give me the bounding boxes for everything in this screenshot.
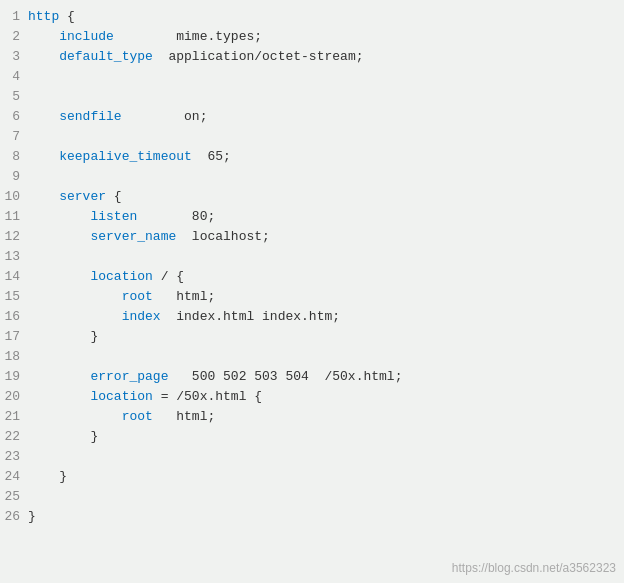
line-number: 7 xyxy=(0,129,28,144)
line-content: error_page 500 502 503 504 /50x.html; xyxy=(28,369,402,384)
line-content: } xyxy=(28,329,98,344)
code-line: 16 index index.html index.htm; xyxy=(0,308,624,328)
code-line: 10 server { xyxy=(0,188,624,208)
code-line: 17 } xyxy=(0,328,624,348)
line-number: 12 xyxy=(0,229,28,244)
code-line: 2 include mime.types; xyxy=(0,28,624,48)
code-viewer: 1http {2 include mime.types;3 default_ty… xyxy=(0,0,624,583)
code-line: 6 sendfile on; xyxy=(0,108,624,128)
code-line: 26} xyxy=(0,508,624,528)
line-number: 23 xyxy=(0,449,28,464)
line-number: 26 xyxy=(0,509,28,524)
line-content: listen 80; xyxy=(28,209,215,224)
line-number: 13 xyxy=(0,249,28,264)
code-line: 13 xyxy=(0,248,624,268)
code-line: 22 } xyxy=(0,428,624,448)
code-line: 19 error_page 500 502 503 504 /50x.html; xyxy=(0,368,624,388)
code-line: 5 xyxy=(0,88,624,108)
code-line: 8 keepalive_timeout 65; xyxy=(0,148,624,168)
code-line: 4 xyxy=(0,68,624,88)
line-content: default_type application/octet-stream; xyxy=(28,49,363,64)
line-content: } xyxy=(28,429,98,444)
line-number: 10 xyxy=(0,189,28,204)
line-number: 1 xyxy=(0,9,28,24)
code-line: 12 server_name localhost; xyxy=(0,228,624,248)
line-number: 14 xyxy=(0,269,28,284)
code-line: 15 root html; xyxy=(0,288,624,308)
code-line: 21 root html; xyxy=(0,408,624,428)
code-line: 18 xyxy=(0,348,624,368)
line-content: server_name localhost; xyxy=(28,229,270,244)
code-line: 11 listen 80; xyxy=(0,208,624,228)
line-number: 8 xyxy=(0,149,28,164)
line-number: 22 xyxy=(0,429,28,444)
code-line: 25 xyxy=(0,488,624,508)
line-content: } xyxy=(28,509,36,524)
line-number: 20 xyxy=(0,389,28,404)
code-line: 3 default_type application/octet-stream; xyxy=(0,48,624,68)
line-number: 6 xyxy=(0,109,28,124)
line-content: server { xyxy=(28,189,122,204)
line-content: sendfile on; xyxy=(28,109,207,124)
line-number: 15 xyxy=(0,289,28,304)
code-line: 1http { xyxy=(0,8,624,28)
line-number: 11 xyxy=(0,209,28,224)
line-content: root html; xyxy=(28,409,215,424)
line-number: 21 xyxy=(0,409,28,424)
line-content: location = /50x.html { xyxy=(28,389,262,404)
line-number: 24 xyxy=(0,469,28,484)
line-number: 4 xyxy=(0,69,28,84)
code-line: 20 location = /50x.html { xyxy=(0,388,624,408)
line-number: 18 xyxy=(0,349,28,364)
code-line: 7 xyxy=(0,128,624,148)
code-line: 24 } xyxy=(0,468,624,488)
line-number: 9 xyxy=(0,169,28,184)
code-line: 9 xyxy=(0,168,624,188)
line-content: index index.html index.htm; xyxy=(28,309,340,324)
line-content: location / { xyxy=(28,269,184,284)
line-number: 3 xyxy=(0,49,28,64)
line-number: 25 xyxy=(0,489,28,504)
code-line: 23 xyxy=(0,448,624,468)
code-line: 14 location / { xyxy=(0,268,624,288)
watermark: https://blog.csdn.net/a3562323 xyxy=(452,561,616,575)
line-number: 2 xyxy=(0,29,28,44)
line-number: 19 xyxy=(0,369,28,384)
line-content: keepalive_timeout 65; xyxy=(28,149,231,164)
line-content: root html; xyxy=(28,289,215,304)
line-number: 16 xyxy=(0,309,28,324)
line-content: include mime.types; xyxy=(28,29,262,44)
line-content: } xyxy=(28,469,67,484)
line-number: 5 xyxy=(0,89,28,104)
line-content: http { xyxy=(28,9,75,24)
line-number: 17 xyxy=(0,329,28,344)
